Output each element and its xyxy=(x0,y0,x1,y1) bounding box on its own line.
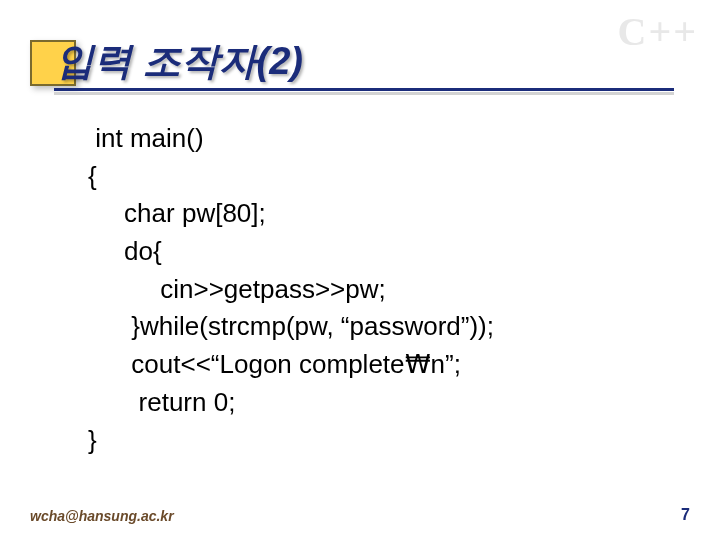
code-line: } xyxy=(88,425,97,455)
footer-page-number: 7 xyxy=(681,506,690,524)
code-line: return 0; xyxy=(88,387,235,417)
code-line: cout<<“Logon complete₩n”; xyxy=(88,349,461,379)
footer-email: wcha@hansung.ac.kr xyxy=(30,508,174,524)
title-underline xyxy=(54,88,674,91)
code-line: do{ xyxy=(88,236,162,266)
code-line: }while(strcmp(pw, “password”)); xyxy=(88,311,494,341)
code-block: int main() { char pw[80]; do{ cin>>getpa… xyxy=(88,120,494,459)
watermark-cpp: C++ xyxy=(618,8,698,55)
slide-title-block: 입력 조작자(2) xyxy=(30,36,303,87)
code-line: char pw[80]; xyxy=(88,198,266,228)
slide-title: 입력 조작자(2) xyxy=(56,36,303,87)
code-line: cin>>getpass>>pw; xyxy=(88,274,386,304)
code-line: { xyxy=(88,161,97,191)
code-line: int main() xyxy=(88,123,204,153)
